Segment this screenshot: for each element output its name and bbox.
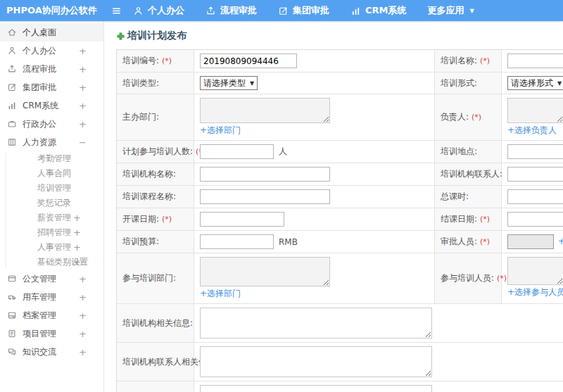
nav-item-group-approval[interactable]: 集团审批	[278, 4, 329, 17]
expand-toggle-icon[interactable]: +	[73, 242, 81, 253]
approver-input[interactable]	[507, 234, 554, 249]
required-marker: (*)	[162, 56, 172, 65]
chat-icon	[7, 347, 17, 357]
training-type-field-cell: 请选择类型	[194, 72, 435, 94]
sidebar-item-workflow-approval[interactable]: 流程审批+	[0, 60, 103, 78]
planned-participants-input[interactable]	[200, 144, 274, 159]
form-row: 主办部门:+选择部门负责人:(*)+选择负责人	[117, 94, 563, 141]
chevron-down-icon: ▼	[470, 8, 474, 14]
training-budget-input[interactable]	[200, 234, 274, 249]
training-org-contact-input[interactable]	[507, 167, 563, 182]
training-budget-unit: RMB	[279, 237, 298, 247]
sidebar-item-basic-category-settings[interactable]: 基础类别设置+	[0, 255, 103, 270]
expand-toggle-icon[interactable]: +	[79, 347, 87, 358]
participating-departments-textarea[interactable]	[200, 257, 330, 286]
nav-item-more-apps[interactable]: 更多应用▼	[428, 4, 474, 17]
total-class-hours-label-cell: 总课时:	[435, 186, 502, 208]
sidebar-item-admin-office[interactable]: 行政办公+	[0, 115, 103, 133]
participants-select-link[interactable]: +选择参与人员	[507, 286, 563, 298]
training-location-input[interactable]	[507, 144, 563, 159]
nav-item-workflow-approval[interactable]: 流程审批	[205, 4, 257, 17]
sidebar-item-reward-punishment-records[interactable]: 奖惩记录	[0, 196, 103, 210]
sidebar-item-document-management[interactable]: 公文管理+	[0, 270, 103, 288]
hr-book-icon	[7, 137, 17, 147]
leader-label: 负责人:	[441, 111, 469, 123]
training-location-label: 培训地点:	[441, 146, 477, 158]
training-number-input[interactable]	[200, 53, 297, 68]
leader-select-link[interactable]: +选择负责人	[507, 125, 557, 137]
start-date-input[interactable]	[200, 212, 284, 227]
training-requirements-label-cell: 培训要求:	[117, 381, 194, 392]
host-department-textarea[interactable]	[200, 98, 330, 123]
end-date-input[interactable]	[507, 212, 563, 227]
training-location-label-cell: 培训地点:	[435, 141, 502, 163]
training-org-contact-info-textarea[interactable]	[200, 346, 432, 377]
sidebar-item-label: 公文管理	[23, 273, 56, 285]
nav-item-crm-system[interactable]: CRM系统	[350, 4, 407, 17]
sidebar-item-training-management[interactable]: 培训管理	[0, 181, 103, 196]
sidebar-item-personal-desktop[interactable]: 个人桌面	[0, 23, 103, 42]
participating-departments-label-cell: 参与培训部门:	[117, 253, 194, 303]
form-row: 培训编号:(*)培训名称:(*)	[117, 50, 563, 72]
expand-toggle-icon[interactable]: +	[79, 46, 87, 56]
nav-item-personal-office[interactable]: 个人办公	[133, 4, 184, 17]
participants-label-cell: 参与培训人员:(*)	[435, 253, 502, 303]
leader-textarea[interactable]	[507, 98, 563, 123]
sidebar-item-crm-system[interactable]: CRM系统+	[0, 96, 103, 115]
training-org-name-label: 培训机构名称:	[122, 168, 176, 180]
approver-select-link[interactable]: +选择审批人员	[558, 236, 563, 248]
training-org-info-textarea[interactable]	[200, 308, 432, 339]
training-name-input[interactable]	[507, 53, 563, 68]
expand-toggle-icon[interactable]: +	[79, 101, 87, 111]
vehicle-icon	[7, 292, 17, 302]
expand-toggle-icon[interactable]: +	[79, 274, 87, 284]
expand-toggle-icon[interactable]: +	[79, 310, 87, 321]
hamburger-icon[interactable]	[111, 6, 122, 16]
training-type-select-value: 请选择类型	[203, 77, 246, 89]
sidebar-item-salary-management[interactable]: 薪资管理+	[0, 210, 103, 225]
page-title-text: 培训计划发布	[127, 30, 186, 42]
expand-toggle-icon[interactable]: +	[79, 329, 87, 339]
expand-toggle-icon[interactable]: +	[73, 227, 81, 238]
main-content: 培训计划发布 培训编号:(*)培训名称:(*)培训类型:请选择类型培训形式:请选…	[104, 21, 563, 392]
form-row: 培训机构名称:培训机构联系人:	[117, 163, 563, 186]
training-course-name-input[interactable]	[200, 189, 330, 204]
total-class-hours-input[interactable]	[507, 189, 563, 204]
training-org-info-field-cell	[194, 304, 563, 342]
training-type-select[interactable]: 请选择类型	[200, 76, 258, 90]
sidebar-item-label: 流程审批	[23, 63, 56, 75]
sidebar-item-archive-management[interactable]: 档案管理+	[0, 306, 103, 324]
expand-toggle-icon[interactable]: +	[79, 64, 87, 75]
host-department-field-cell: +选择部门	[194, 94, 435, 140]
sidebar-item-label: 个人办公	[23, 45, 56, 57]
sidebar-item-recruitment-management[interactable]: 招聘管理+	[0, 225, 103, 240]
sidebar-item-project-management[interactable]: 项目管理+	[0, 324, 103, 343]
expand-toggle-icon[interactable]: +	[79, 119, 87, 129]
sidebar-item-group-approval[interactable]: 集团审批+	[0, 78, 103, 96]
expand-toggle-icon[interactable]: +	[73, 257, 81, 267]
training-requirements-textarea[interactable]	[200, 385, 432, 392]
sidebar-item-personnel-management[interactable]: 人事管理+	[0, 240, 103, 255]
expand-toggle-icon[interactable]: +	[79, 292, 87, 303]
expand-toggle-icon[interactable]: +	[73, 213, 81, 223]
leader-field-cell: +选择负责人	[502, 94, 563, 140]
sidebar-item-personal-office[interactable]: 个人办公+	[0, 42, 103, 60]
host-department-select-link[interactable]: +选择部门	[200, 125, 241, 137]
sidebar-item-attendance-management[interactable]: 考勤管理	[0, 151, 103, 166]
sidebar-item-knowledge-exchange[interactable]: 知识交流+	[0, 343, 103, 361]
top-menu: 个人办公流程审批集团审批CRM系统更多应用▼	[133, 4, 495, 17]
end-date-label-cell: 结课日期:(*)	[435, 208, 502, 230]
sidebar-item-vehicle-management[interactable]: 用车管理+	[0, 288, 103, 306]
form-row: 培训机构联系人相关信息:	[117, 343, 563, 381]
training-mode-select[interactable]: 请选择形式	[507, 76, 563, 90]
expand-toggle-icon[interactable]: +	[79, 82, 87, 93]
training-type-label-cell: 培训类型:	[117, 72, 194, 94]
end-date-field-cell	[502, 208, 563, 230]
participating-departments-select-link[interactable]: +选择部门	[200, 288, 241, 300]
participants-textarea[interactable]	[507, 257, 563, 285]
sidebar-item-human-resources[interactable]: 人力资源−	[0, 133, 103, 151]
training-org-name-input[interactable]	[200, 167, 330, 182]
sidebar-item-personnel-contract[interactable]: 人事合同	[0, 166, 103, 181]
expand-toggle-icon[interactable]: −	[79, 137, 87, 148]
approver-field-cell: +选择审批人员	[502, 231, 563, 253]
